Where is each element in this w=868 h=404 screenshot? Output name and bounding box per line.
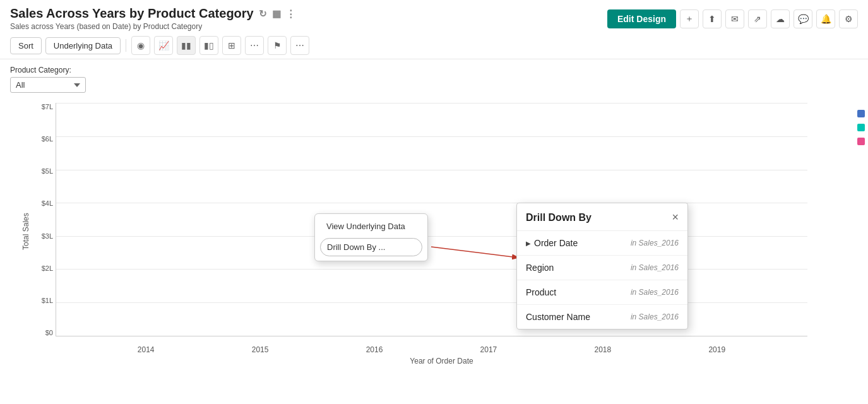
scatter-button[interactable]: ⊞ xyxy=(222,36,241,55)
chart-toolbar: Sort Underlying Data ◉ 📈 ▮▮ ▮▯ ⊞ ⋯ ⚑ ⋯ xyxy=(0,33,868,59)
drill-panel-title: Drill Down By xyxy=(526,212,592,223)
header-right: Edit Design ＋ ⬆ ✉ ⇗ ☁ 💬 🔔 ⚙ xyxy=(607,9,858,28)
dot-chart-button[interactable]: ⋯ xyxy=(245,36,264,55)
drill-item-order-date-source: in Sales_2016 xyxy=(631,239,679,247)
edit-design-button[interactable]: Edit Design xyxy=(607,9,676,28)
legend-color-furniture xyxy=(857,110,865,117)
x-label-2017: 2017 xyxy=(480,345,497,354)
y-label-2: $2L xyxy=(42,264,53,272)
legend-color-stationery xyxy=(857,138,865,145)
sort-button[interactable]: Sort xyxy=(10,37,42,54)
grid-line-3 xyxy=(56,236,807,237)
chart-plot-area xyxy=(56,103,807,336)
drill-item-customer-name-source: in Sales_2016 xyxy=(631,312,679,321)
legend-item-grocery: Grocery xyxy=(857,123,868,132)
drill-item-order-date[interactable]: ▶ Order Date in Sales_2016 xyxy=(517,231,687,256)
x-label-2018: 2018 xyxy=(594,345,611,354)
header-left: Sales Across Years by Product Category ↻… xyxy=(10,6,295,31)
chart-container: Total Sales $7L $6L $5L $4L $3L $2L $1L … xyxy=(25,97,858,368)
alert-button[interactable]: 🔔 xyxy=(816,9,835,28)
map-button[interactable]: ⚑ xyxy=(268,36,287,55)
drill-item-product-source: in Sales_2016 xyxy=(631,288,679,297)
y-label-4: $4L xyxy=(42,199,53,207)
grouped-bar-button[interactable]: ▮▯ xyxy=(199,36,218,55)
x-axis-label: Year of Order Date xyxy=(410,357,473,365)
chart-legend: Furniture Grocery Stationery xyxy=(857,109,868,146)
filter-label: Product Category: xyxy=(10,66,858,74)
drill-close-button[interactable]: × xyxy=(672,211,679,224)
x-axis-labels: 2014 2015 2016 2017 2018 2019 xyxy=(56,345,807,354)
x-label-2015: 2015 xyxy=(252,345,269,354)
toolbar-separator-1 xyxy=(126,39,126,52)
legend-item-stationery: Stationery xyxy=(857,137,868,146)
context-menu-item-drill-down[interactable]: Drill Down By ... xyxy=(320,238,422,256)
drill-item-order-date-label: Order Date xyxy=(534,238,578,248)
grid-line-4 xyxy=(56,203,807,203)
legend-color-grocery xyxy=(857,124,865,131)
drill-item-customer-name[interactable]: Customer Name in Sales_2016 xyxy=(517,305,687,329)
grid-line-7 xyxy=(56,103,807,104)
underlying-data-button[interactable]: Underlying Data xyxy=(45,37,121,54)
drill-item-region-source: in Sales_2016 xyxy=(631,263,679,272)
filter-area: Product Category: All Furniture Grocery … xyxy=(0,59,868,97)
share-button[interactable]: ⇗ xyxy=(748,9,767,28)
drill-down-panel: Drill Down By × ▶ Order Date in Sales_20… xyxy=(516,203,688,330)
line-chart-button[interactable]: 📈 xyxy=(154,36,173,55)
grid-line-5 xyxy=(56,170,807,170)
product-category-select[interactable]: All Furniture Grocery Stationery xyxy=(10,77,86,93)
grid-line-6 xyxy=(56,136,807,137)
grid-line-2 xyxy=(56,269,807,270)
page-subtitle: Sales across Years (based on Date) by Pr… xyxy=(10,22,295,31)
more-charts-button[interactable]: ⋯ xyxy=(290,36,309,55)
comment-button[interactable]: 💬 xyxy=(794,9,812,28)
y-axis-labels: $7L $6L $5L $4L $3L $2L $1L $0 xyxy=(25,103,53,336)
cloud-button[interactable]: ☁ xyxy=(771,9,790,28)
page-title-row: Sales Across Years by Product Category ↻… xyxy=(10,6,295,21)
layout-icon[interactable]: ▦ xyxy=(272,8,281,20)
drill-item-product[interactable]: Product in Sales_2016 xyxy=(517,280,687,305)
drill-item-region-label: Region xyxy=(526,263,554,273)
drill-item-order-date-left: ▶ Order Date xyxy=(526,238,578,248)
settings-button[interactable]: ⚙ xyxy=(839,9,858,28)
legend-item-furniture: Furniture xyxy=(857,109,868,118)
context-menu: View Underlying Data Drill Down By ... xyxy=(314,213,428,261)
pie-chart-button[interactable]: ◉ xyxy=(131,36,150,55)
x-label-2016: 2016 xyxy=(366,345,383,354)
x-label-2014: 2014 xyxy=(138,345,155,354)
page-title: Sales Across Years by Product Category xyxy=(10,6,254,21)
export-button[interactable]: ⬆ xyxy=(703,9,722,28)
bar-chart-button[interactable]: ▮▮ xyxy=(177,36,196,55)
page-header: Sales Across Years by Product Category ↻… xyxy=(0,0,868,33)
y-label-5: $5L xyxy=(42,167,53,175)
y-label-7: $7L xyxy=(42,103,53,110)
drill-panel-header: Drill Down By × xyxy=(517,203,687,231)
email-button[interactable]: ✉ xyxy=(725,9,744,28)
y-label-1: $1L xyxy=(42,297,53,304)
drill-item-order-date-arrow: ▶ xyxy=(526,240,531,247)
y-label-3: $3L xyxy=(42,232,53,240)
refresh-icon[interactable]: ↻ xyxy=(259,8,267,20)
title-icons: ↻ ▦ ⋮ xyxy=(259,8,295,20)
add-button[interactable]: ＋ xyxy=(680,9,699,28)
more-icon[interactable]: ⋮ xyxy=(286,8,295,20)
y-label-6: $6L xyxy=(42,135,53,143)
y-label-0: $0 xyxy=(45,329,53,336)
grid-line-1 xyxy=(56,302,807,303)
x-label-2019: 2019 xyxy=(708,345,725,354)
drill-item-region[interactable]: Region in Sales_2016 xyxy=(517,256,687,280)
context-menu-item-view-data[interactable]: View Underlying Data xyxy=(315,217,427,236)
drill-item-product-label: Product xyxy=(526,287,556,297)
drill-item-customer-name-label: Customer Name xyxy=(526,312,590,322)
